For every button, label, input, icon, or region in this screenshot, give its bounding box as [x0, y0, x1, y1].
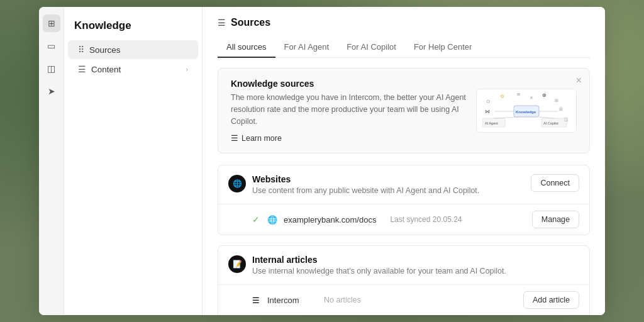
main-content: ☰ Sources All sources For AI Agent For A… — [203, 7, 605, 315]
sidebar-item-sources[interactable]: ⠿ Sources — [68, 40, 198, 59]
tag-icon: ◫ — [47, 64, 55, 74]
svg-text:⊞: ⊞ — [555, 98, 558, 103]
grid-icon-btn[interactable]: ⊞ — [43, 14, 60, 32]
banner-close-button[interactable]: × — [576, 75, 582, 86]
sidebar-item-sources-label: Sources — [89, 45, 121, 55]
send-icon: ➤ — [48, 86, 55, 96]
intercom-status: No articles — [324, 296, 361, 304]
svg-text:⊠: ⊠ — [517, 92, 520, 96]
intercom-add-button[interactable]: Add article — [523, 291, 579, 309]
banner-description: The more knowledge you have in Intercom,… — [231, 92, 470, 127]
last-synced-label: Last synced 20.05.24 — [390, 215, 462, 224]
grid-icon: ⊞ — [48, 18, 55, 28]
check-icon: ✓ — [252, 214, 260, 225]
svg-text:⋈: ⋈ — [485, 109, 490, 114]
sidebar-item-content-label: Content — [91, 65, 121, 74]
websites-section-action: Connect — [531, 174, 579, 192]
intercom-row: ☰ Intercom No articles Add article — [218, 285, 589, 315]
tag-icon-btn[interactable]: ◫ — [43, 60, 60, 77]
websites-section: 🌐 Websites Use content from any public w… — [218, 165, 590, 235]
tab-all-sources[interactable]: All sources — [218, 37, 275, 58]
websites-info: Websites Use content from any public web… — [252, 174, 479, 195]
websites-connect-button[interactable]: Connect — [531, 174, 579, 192]
svg-text:AI Agent: AI Agent — [485, 121, 498, 125]
send-icon-btn[interactable]: ➤ — [43, 82, 60, 100]
diagram-svg: ⊙ ⚙ ⊠ ✕ ⊛ ⊞ ⋈ Knowledge — [482, 92, 570, 130]
websites-section-header: 🌐 Websites Use content from any public w… — [218, 165, 589, 204]
svg-text:⊞: ⊞ — [559, 107, 563, 111]
svg-text:⊛: ⊛ — [542, 92, 547, 98]
internal-section-header: 📝 Internal articles Use internal knowled… — [218, 246, 589, 285]
page-header: ☰ Sources — [218, 17, 590, 28]
website-url: examplerybank.com/docs — [284, 215, 376, 225]
svg-text:◫: ◫ — [564, 117, 569, 121]
sources-page-title: Sources — [231, 17, 270, 28]
internal-desc: Use internal knowledge that's only avail… — [252, 267, 506, 275]
intercom-name: Intercom — [267, 296, 318, 305]
sources-icon: ⠿ — [78, 45, 84, 55]
app-window: ⊞ ▭ ◫ ➤ Knowledge ⠿ Sources ☰ Content › … — [39, 7, 605, 315]
intercom-action: Add article — [523, 291, 579, 309]
website-row-action: Manage — [532, 211, 579, 228]
tabs-bar: All sources For AI Agent For AI Copilot … — [218, 37, 590, 58]
sources-header-icon: ☰ — [218, 18, 226, 28]
websites-icon: 🌐 — [228, 175, 246, 192]
content-icon: ☰ — [78, 64, 86, 74]
icon-sidebar: ⊞ ▭ ◫ ➤ — [39, 7, 64, 315]
website-row: ✓ 🌐 examplerybank.com/docs Last synced 2… — [218, 204, 589, 235]
banner-text: Knowledge sources The more knowledge you… — [231, 79, 470, 143]
knowledge-diagram: ⊙ ⚙ ⊠ ✕ ⊛ ⊞ ⋈ Knowledge — [476, 89, 577, 133]
internal-articles-section: 📝 Internal articles Use internal knowled… — [218, 245, 590, 315]
knowledge-banner: Knowledge sources The more knowledge you… — [218, 68, 590, 153]
website-manage-button[interactable]: Manage — [532, 211, 579, 228]
nav-sidebar: Knowledge ⠿ Sources ☰ Content › — [64, 7, 203, 315]
intercom-icon: ☰ — [252, 296, 260, 305]
tab-for-ai-copilot[interactable]: For AI Copilot — [338, 37, 405, 58]
websites-title: Websites — [252, 174, 479, 184]
svg-text:⊙: ⊙ — [486, 99, 491, 104]
learn-more-label: Learn more — [242, 134, 282, 143]
monitor-icon: ▭ — [47, 41, 55, 51]
svg-text:✕: ✕ — [530, 96, 533, 100]
monitor-icon-btn[interactable]: ▭ — [43, 37, 60, 55]
chevron-right-icon: › — [186, 65, 188, 73]
websites-desc: Use content from any public website with… — [252, 186, 479, 195]
globe-icon: 🌐 — [267, 215, 277, 225]
svg-text:Knowledge: Knowledge — [516, 110, 536, 114]
svg-text:⚙: ⚙ — [500, 94, 504, 99]
svg-text:AI Copilot: AI Copilot — [543, 121, 558, 125]
sidebar-item-content[interactable]: ☰ Content › — [68, 60, 198, 79]
internal-icon: 📝 — [228, 255, 246, 273]
internal-title: Internal articles — [252, 255, 506, 265]
page-title: Knowledge — [64, 17, 202, 40]
internal-info: Internal articles Use internal knowledge… — [252, 255, 506, 275]
tab-for-help-center[interactable]: For Help Center — [405, 37, 480, 58]
learn-more-link[interactable]: ☰ Learn more — [231, 133, 470, 143]
tab-for-ai-agent[interactable]: For AI Agent — [275, 37, 338, 58]
book-icon: ☰ — [231, 133, 238, 143]
banner-title: Knowledge sources — [231, 79, 470, 89]
svg-line-15 — [494, 117, 520, 118]
